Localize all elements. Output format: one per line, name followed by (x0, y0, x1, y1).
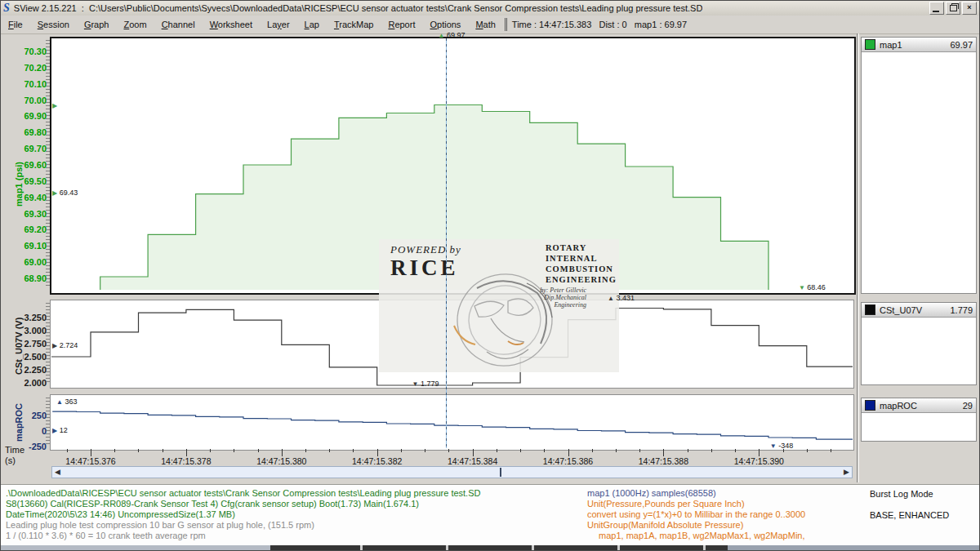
time-minor-tick (497, 449, 497, 452)
y-tick-label: 69.60 (6, 160, 47, 170)
y-tick-label: 69.10 (6, 241, 47, 251)
file-path: C:\Users\Public\Documents\Syvecs\Downloa… (89, 3, 702, 13)
channel-info-line: map1, map1A, map1B, wg2MapMax1, wg2MapMi… (599, 531, 805, 541)
close-button[interactable]: × (962, 2, 977, 15)
time-minor-tick (234, 449, 234, 452)
time-minor-tick (401, 449, 402, 452)
y-tick-label: 3.000 (6, 326, 47, 335)
title-bar[interactable]: S SView 2.15.221 : C:\Users\Public\Docum… (1, 1, 979, 16)
menu-item-zoom[interactable]: Zoom (116, 17, 154, 32)
time-minor-tick (138, 449, 139, 452)
channel-info-line: map1 (1000Hz) samples(68558) (587, 488, 716, 499)
y-axis-ticks (46, 303, 50, 384)
sidebar-divider[interactable] (857, 33, 859, 482)
y-tick-label: 69.70 (6, 144, 47, 153)
menu-item-channel[interactable]: Channel (154, 17, 203, 32)
min-marker: ▼ -348 (770, 442, 793, 451)
min-marker: ▼ 68.46 (799, 283, 826, 292)
app-title: SView 2.15.221 (14, 3, 77, 13)
log-info-line: S8(13660) Cal(RICESP-RR089-Crank Sensor … (6, 499, 419, 509)
menu-item-file[interactable]: File (1, 17, 30, 32)
y-tick-label: 69.80 (6, 127, 47, 137)
y-tick-label: 2.250 (6, 365, 47, 375)
time-minor-tick (114, 449, 115, 452)
menu-item-trackmap[interactable]: TrackMap (327, 17, 381, 32)
app-icon: S (3, 2, 10, 14)
menu-item-worksheet[interactable]: Worksheet (203, 17, 260, 32)
minimize-icon (933, 11, 939, 12)
channel-cursor-value: 69.97 (950, 40, 973, 50)
time-minor-tick (353, 449, 354, 452)
y-tick-label: 70.10 (6, 79, 47, 89)
close-icon: × (967, 3, 971, 11)
channel-name: map1 (880, 40, 902, 50)
time-minor-tick (616, 449, 617, 452)
time-axis-label: Time (s) (5, 445, 24, 466)
time-major-tick (663, 449, 664, 456)
axis-label-cst_u07v: CSt_U07V (V) (14, 318, 24, 375)
burst-log-mode-value: BASE, ENHANCED (870, 510, 949, 521)
y-tick-label: 68.90 (6, 273, 47, 283)
time-tick-label: 14:47:15.376 (54, 456, 127, 466)
edge-value-marker: ▶ 69.43 (52, 189, 78, 198)
scroll-left-icon[interactable]: ◀ (55, 468, 60, 477)
time-major-tick (282, 449, 283, 456)
scrollbar-position-marker[interactable] (500, 468, 501, 477)
log-info-line: Leading plug hole test compression 10 ba… (6, 520, 314, 531)
sview-window: S SView 2.15.221 : C:\Users\Public\Docum… (0, 0, 980, 551)
log-info-line: 1 / (0.110 * 3.6) * 60 = 10 crank teeth … (6, 531, 206, 541)
legend-header-maproc[interactable]: mapROC29 (862, 398, 976, 413)
legend-header-map1[interactable]: map169.97 (862, 38, 976, 52)
map1-trace (51, 38, 853, 290)
legend-panel-map1: map169.97 (861, 37, 977, 294)
time-tick-label: 14:47:15.378 (149, 456, 223, 466)
cursor-status-readout: Time : 14:47:15.383 Dist : 0 map1 : 69.9… (512, 20, 687, 29)
taskbar-separator (703, 545, 706, 551)
menu-item-math[interactable]: Math (468, 17, 502, 32)
y-axis-ticks (46, 40, 50, 288)
channel-cursor-value: 29 (963, 401, 973, 411)
y-tick-label: 69.40 (6, 193, 47, 202)
y-tick-label: 69.50 (6, 176, 47, 186)
channel-color-swatch (865, 39, 875, 50)
channel-info-line: convert using y=(1*x)+0 to Millibar in t… (587, 509, 805, 520)
time-tick-label: 14:47:15.386 (532, 456, 605, 466)
y-tick-label: 3.250 (6, 313, 47, 322)
log-info-panel: .\DownloadedData\RICESP\ECU sensor actua… (1, 484, 980, 546)
y-axis-ticks (46, 398, 50, 447)
menu-item-options[interactable]: Options (422, 17, 468, 32)
time-minor-tick (520, 449, 521, 452)
menu-item-graph[interactable]: Graph (77, 17, 117, 32)
time-major-tick (377, 449, 378, 456)
menu-item-lap[interactable]: Lap (297, 17, 327, 32)
mapROC-trace (51, 396, 853, 448)
time-minor-tick (305, 449, 306, 452)
minimize-button[interactable] (929, 2, 944, 15)
menu-item-layer[interactable]: Layer (260, 17, 297, 32)
log-info-line: DateTime(2020\5\23 14:46) UncompressedSi… (6, 509, 235, 520)
max-marker: ▲ 3.431 (608, 294, 635, 303)
legend-panel-cst_u07v: CSt_U07V1.779 (861, 302, 977, 385)
time-minor-tick (163, 449, 163, 452)
y-tick-label: 0 (6, 426, 47, 436)
menu-item-session[interactable]: Session (30, 17, 77, 32)
title-separator: : (82, 3, 84, 13)
time-cursor-line[interactable] (446, 38, 447, 448)
restore-button[interactable] (946, 2, 960, 15)
time-minor-tick (425, 449, 425, 452)
legend-header-cst_u07v[interactable]: CSt_U07V1.779 (862, 303, 976, 318)
y-tick-label: 70.20 (6, 63, 47, 73)
time-minor-tick (210, 449, 211, 452)
y-tick-label: 2.000 (6, 378, 47, 388)
time-minor-tick (258, 449, 259, 452)
menu-bar: FileSessionGraphZoomChannelWorksheetLaye… (1, 16, 979, 34)
y-tick-label: 69.30 (6, 209, 47, 219)
time-minor-tick (711, 449, 712, 452)
menu-item-report[interactable]: Report (381, 17, 422, 32)
menu-status-divider (505, 18, 507, 31)
time-minor-tick (544, 449, 545, 452)
y-tick-label: 69.20 (6, 224, 47, 234)
time-scrollbar[interactable]: ◀ ▶ (51, 466, 853, 478)
scroll-right-icon[interactable]: ▶ (844, 468, 849, 477)
min-marker: ▼ 1.779 (412, 380, 439, 389)
